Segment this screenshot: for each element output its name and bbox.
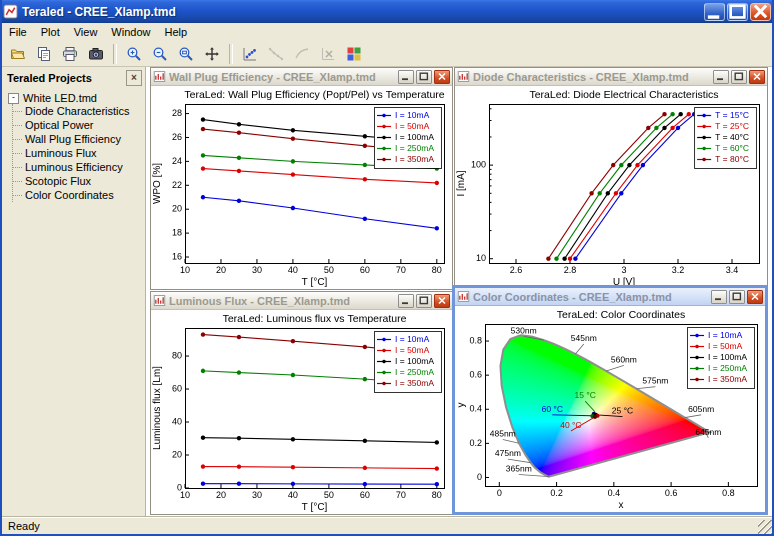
scatter-plot-button[interactable] [237, 42, 263, 66]
copy-icon [36, 46, 52, 62]
tree-item-luminous-efficiency[interactable]: Luminous Efficiency [13, 160, 143, 174]
zoom-out-icon [152, 46, 168, 62]
projects-panel: Teraled Projects × -White LED.tmdDiode C… [2, 67, 146, 517]
luminous-flux-content [151, 310, 452, 514]
panel-close-button[interactable]: × [126, 70, 142, 86]
tree-item-color-coordinates[interactable]: Color Coordinates [13, 188, 143, 202]
luminous-flux-maximize-button[interactable] [416, 294, 432, 308]
toolbar-separator [229, 44, 233, 64]
zoom-in-icon [126, 46, 142, 62]
open-icon [10, 46, 26, 62]
toolbar-separator [113, 44, 117, 64]
scatter-icon [242, 46, 258, 62]
minimize-button[interactable] [704, 3, 725, 21]
tree-item-luminous-flux[interactable]: Luminous Flux [13, 146, 143, 160]
print-button[interactable] [57, 42, 83, 66]
chart-window-icon [457, 290, 470, 303]
diode-characteristics-window: Diode Characteristics - CREE_Xlamp.tmd [454, 67, 768, 290]
project-tree: -White LED.tmdDiode CharacteristicsOptic… [2, 89, 145, 204]
diode-characteristics-content [455, 86, 767, 289]
luminous-flux-window: Luminous Flux - CREE_Xlamp.tmd [150, 291, 453, 515]
toolbar [2, 41, 772, 67]
menu-file[interactable]: File [2, 24, 34, 40]
palette-icon [346, 46, 362, 62]
diode-characteristics-chart[interactable] [455, 86, 767, 289]
menu-plot[interactable]: Plot [34, 24, 67, 40]
app-titlebar[interactable]: Teraled - CREE_Xlamp.tmd [0, 0, 774, 23]
line-plot-button [263, 42, 289, 66]
tree-expander-icon[interactable]: - [8, 93, 19, 104]
color-coordinates-minimize-button[interactable] [711, 290, 727, 304]
chart-window-icon [457, 70, 470, 83]
wall-plug-efficiency-titlebar[interactable]: Wall Plug Efficiency - CREE_Xlamp.tmd [151, 68, 452, 86]
snapshot-button[interactable] [83, 42, 109, 66]
line-down-icon [268, 46, 284, 62]
maximize-button[interactable] [727, 3, 748, 21]
color-coordinates-titlebar[interactable]: Color Coordinates - CREE_Xlamp.tmd [455, 288, 765, 306]
menu-view[interactable]: View [67, 24, 105, 40]
tree-item-optical-power[interactable]: Optical Power [13, 118, 143, 132]
zoom-fit-icon [178, 46, 194, 62]
luminous-flux-title: Luminous Flux - CREE_Xlamp.tmd [169, 295, 398, 307]
wall-plug-efficiency-maximize-button[interactable] [416, 70, 432, 84]
diode-characteristics-title: Diode Characteristics - CREE_Xlamp.tmd [473, 71, 713, 83]
menu-bar: FilePlotViewWindowHelp [2, 23, 772, 41]
status-bar: Ready [2, 517, 772, 534]
wall-plug-efficiency-title: Wall Plug Efficiency - CREE_Xlamp.tmd [169, 71, 398, 83]
zoom-out-button[interactable] [147, 42, 173, 66]
wall-plug-efficiency-chart[interactable] [151, 86, 452, 289]
line-flat-icon [294, 46, 310, 62]
window-controls [713, 70, 765, 84]
tree-item-wall-plug-efficiency[interactable]: Wall Plug Efficiency [13, 132, 143, 146]
print-icon [62, 46, 78, 62]
resize-grip[interactable] [758, 520, 772, 534]
pan-button[interactable] [199, 42, 225, 66]
wall-plug-efficiency-content [151, 86, 452, 289]
tree-item-scotopic-flux[interactable]: Scotopic Flux [13, 174, 143, 188]
color-coordinates-maximize-button[interactable] [729, 290, 745, 304]
remove-plot-button [315, 42, 341, 66]
wall-plug-efficiency-close-button[interactable] [434, 70, 450, 84]
wall-plug-efficiency-window: Wall Plug Efficiency - CREE_Xlamp.tmd [150, 67, 453, 290]
luminous-flux-chart[interactable] [151, 310, 452, 514]
color-coordinates-content [455, 306, 765, 512]
window-controls [398, 70, 450, 84]
diode-characteristics-maximize-button[interactable] [731, 70, 747, 84]
luminous-flux-minimize-button[interactable] [398, 294, 414, 308]
color-coordinates-window: Color Coordinates - CREE_Xlamp.tmd [452, 285, 768, 515]
tree-children: Diode CharacteristicsOptical PowerWall P… [12, 104, 143, 202]
luminous-flux-close-button[interactable] [434, 294, 450, 308]
palette-button[interactable] [341, 42, 367, 66]
projects-panel-title: Teraled Projects [7, 72, 126, 84]
tree-root-label: White LED.tmd [23, 92, 97, 104]
chart-window-icon [153, 294, 166, 307]
camera-icon [88, 46, 104, 62]
spline-plot-button [289, 42, 315, 66]
color-coordinates-chart[interactable] [455, 306, 765, 512]
mdi-workspace: Wall Plug Efficiency - CREE_Xlamp.tmdDio… [146, 67, 772, 517]
pan-icon [204, 46, 220, 62]
window-controls [711, 290, 763, 304]
status-text: Ready [8, 520, 40, 532]
color-coordinates-title: Color Coordinates - CREE_Xlamp.tmd [473, 291, 711, 303]
diode-characteristics-titlebar[interactable]: Diode Characteristics - CREE_Xlamp.tmd [455, 68, 767, 86]
tree-item-diode-characteristics[interactable]: Diode Characteristics [13, 104, 143, 118]
diode-characteristics-close-button[interactable] [749, 70, 765, 84]
open-button[interactable] [5, 42, 31, 66]
tree-root-white-led-tmd[interactable]: -White LED.tmd [8, 92, 143, 104]
wall-plug-efficiency-minimize-button[interactable] [398, 70, 414, 84]
window-title: Teraled - CREE_Xlamp.tmd [22, 5, 702, 19]
window-controls [398, 294, 450, 308]
menu-window[interactable]: Window [104, 24, 157, 40]
chart-x-icon [320, 46, 336, 62]
zoom-in-button[interactable] [121, 42, 147, 66]
zoom-reset-button[interactable] [173, 42, 199, 66]
diode-characteristics-minimize-button[interactable] [713, 70, 729, 84]
projects-panel-header: Teraled Projects × [2, 67, 145, 89]
copy-button[interactable] [31, 42, 57, 66]
app-icon [3, 4, 18, 19]
close-button[interactable] [750, 3, 771, 21]
luminous-flux-titlebar[interactable]: Luminous Flux - CREE_Xlamp.tmd [151, 292, 452, 310]
color-coordinates-close-button[interactable] [747, 290, 763, 304]
menu-help[interactable]: Help [157, 24, 194, 40]
